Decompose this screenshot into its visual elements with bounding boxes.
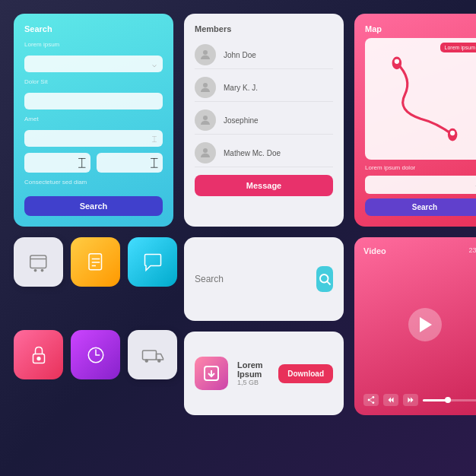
svg-rect-19 [142,351,156,360]
video-timestamp: 23:46 [468,246,476,255]
chat-icon-button[interactable] [128,237,177,287]
svg-point-7 [450,131,455,135]
search-bar-card [184,237,344,321]
share-button[interactable] [363,394,379,406]
svg-rect-8 [30,255,46,268]
svg-point-21 [157,359,161,363]
map-field-label: Lorem ipsum dolor [365,164,476,171]
search-card: Search Lorem ipsum ⌵ Dolor Sit Amet ⌶ ⌶ … [14,14,173,227]
download-size: 1,5 GB [237,379,269,386]
cart-icon-button[interactable] [14,237,63,287]
map-area: Lorem ipsum [365,38,476,160]
chevron-icon-3: ⌶ [78,156,86,170]
svg-point-28 [372,401,374,404]
download-card: Lorem Ipsum 1,5 GB Download [184,332,344,415]
video-card: Video 23:46 [354,237,476,415]
svg-point-5 [395,59,399,64]
truck-icon-button[interactable] [128,330,177,379]
svg-point-11 [40,268,43,271]
search-label-2: Dolor Sit [24,78,163,85]
svg-point-10 [33,268,36,271]
member-name: John Doe [224,51,256,59]
map-input[interactable]: ⌵ [365,176,476,194]
svg-marker-32 [391,397,394,402]
search-label-1: Lorem ipsum [24,41,163,48]
members-card: Members John Doe Mary K. J. Josephine Ma… [184,14,344,227]
search-bar-input[interactable] [195,274,309,284]
map-card: Map Lorem ipsum Lorem ipsum dolor ⌵ Sear… [354,14,476,227]
video-title: Video [363,246,386,255]
svg-point-26 [372,396,374,398]
svg-marker-31 [388,397,391,402]
members-title: Members [195,24,333,33]
list-item: Mathew Mc. Doe [195,139,333,167]
download-title: Lorem Ipsum [237,360,269,379]
forward-button[interactable] [403,394,418,406]
rewind-button[interactable] [383,394,398,406]
search-label-3: Amet [24,116,163,122]
message-button[interactable]: Message [195,175,333,196]
list-item: Josephine [195,106,333,135]
search-input-5[interactable]: ⌶ [97,153,163,173]
svg-line-30 [370,401,373,402]
download-icon [195,357,228,390]
avatar [195,109,216,131]
map-search-button[interactable]: Search [365,198,476,216]
document-icon-button[interactable] [71,237,120,287]
svg-line-29 [370,398,373,399]
avatar [195,142,216,163]
svg-point-3 [203,148,208,153]
list-item: Mary K. J. [195,74,333,102]
svg-marker-33 [411,397,414,402]
svg-point-20 [144,359,148,363]
download-button[interactable]: Download [278,364,333,383]
member-name: Josephine [224,116,259,125]
video-controls [363,394,476,406]
svg-marker-34 [408,397,411,402]
member-name: Mathew Mc. Doe [224,149,281,157]
svg-point-1 [203,83,208,87]
video-play-area [363,262,476,388]
svg-point-17 [37,357,40,360]
clock-icon-button[interactable] [71,330,120,379]
play-button[interactable] [408,308,442,341]
search-submit-button[interactable]: Search [24,196,163,216]
svg-point-27 [368,399,370,401]
list-item: John Doe [195,41,333,69]
search-input-3[interactable]: ⌶ [24,130,163,147]
progress-fill [423,399,448,401]
progress-bar [423,399,476,401]
chevron-icon-2: ⌶ [152,135,157,143]
search-card-title: Search [24,24,163,33]
video-header: Video 23:46 [363,246,476,255]
lock-icon-button[interactable] [14,330,63,379]
avatar [195,77,216,98]
search-input-2[interactable] [24,93,163,109]
chevron-icon: ⌵ [152,60,157,68]
member-name: Mary K. J. [224,84,258,92]
svg-line-23 [327,281,330,284]
svg-point-0 [203,50,208,55]
search-input-4[interactable]: ⌶ [24,153,90,173]
progress-dot [445,397,451,403]
search-input-1[interactable]: ⌵ [24,56,163,72]
chevron-icon-4: ⌶ [151,156,158,170]
search-bar-button[interactable] [316,266,333,292]
avatar [195,44,216,65]
svg-point-2 [203,116,208,120]
svg-point-22 [320,274,328,283]
search-sublabel: Consectetuer sed diam [24,179,163,186]
icons-area [14,237,173,415]
download-info: Lorem Ipsum 1,5 GB [237,360,269,386]
map-title: Map [365,24,476,33]
